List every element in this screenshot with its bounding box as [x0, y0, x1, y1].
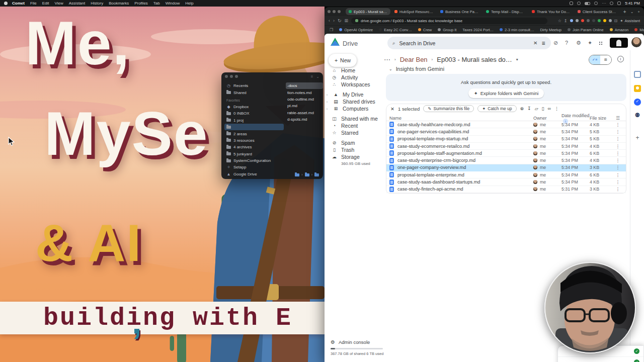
finder-file[interactable]: tion-notes.md: [286, 89, 323, 96]
sidebar-item-shared-with-me[interactable]: ◫Shared with me: [325, 115, 385, 122]
menu-history[interactable]: History: [91, 1, 103, 6]
file-row[interactable]: case-study-fintech-api-acme.mdme5:31 PM3…: [386, 186, 626, 193]
row-menu-icon[interactable]: ⋮: [614, 151, 622, 156]
finder-sidebar-item[interactable]: 5 junkyard: [224, 151, 284, 157]
row-menu-icon[interactable]: ⋮: [614, 158, 622, 163]
contacts-icon[interactable]: ⚉: [634, 112, 641, 119]
drive-search-bar[interactable]: ⌕ Search in Drive ✕ ≣: [387, 37, 551, 49]
extension-icon[interactable]: [570, 19, 573, 22]
extension-icon[interactable]: [576, 19, 579, 22]
assistant-button[interactable]: ✦ Assistant: [620, 19, 640, 23]
browser-tab[interactable]: Business One Pager Flye: [437, 8, 482, 15]
expand-chevron-icon[interactable]: ›: [327, 100, 329, 103]
row-menu-icon[interactable]: ⋮: [614, 144, 622, 149]
bookmark-item[interactable]: Easy 2C Conv…: [379, 28, 412, 32]
finder-file[interactable]: pt.md: [286, 103, 323, 109]
header-size[interactable]: File size: [590, 116, 614, 121]
bookmark-item[interactable]: Mailbox P. Mark…: [634, 28, 644, 32]
download-icon[interactable]: ↧: [527, 106, 531, 111]
column-settings-icon[interactable]: ☰: [614, 116, 622, 121]
menu-tab[interactable]: Tab: [153, 1, 160, 6]
sidebar-item-activity[interactable]: ◷Activity: [325, 74, 385, 81]
header-owner[interactable]: Owner: [533, 116, 561, 121]
bookmark-item[interactable]: Group It: [438, 28, 456, 32]
catch-me-up-button[interactable]: ✦ Catch me up: [477, 105, 516, 112]
window-zoom-icon[interactable]: [235, 75, 238, 78]
apple-logo-icon[interactable]: [4, 2, 8, 5]
row-menu-icon[interactable]: ⋮: [614, 122, 622, 127]
window-close-icon[interactable]: [328, 10, 331, 13]
finder-view-icon[interactable]: ≡: [311, 74, 313, 79]
tasks-icon[interactable]: [634, 99, 641, 106]
upload-row[interactable]: ✓: [558, 357, 643, 362]
expand-chevron-icon[interactable]: ›: [327, 107, 329, 110]
headphones-icon[interactable]: [610, 2, 613, 5]
admin-console-item[interactable]: ⚙ Admin console: [331, 339, 370, 345]
expand-chevron-icon[interactable]: ›: [327, 93, 329, 96]
finder-sidebar-item[interactable]: [224, 124, 284, 130]
file-row[interactable]: one-pager-services-capabilities.mdme5:34…: [386, 128, 626, 135]
extension-icon[interactable]: [598, 19, 601, 22]
row-menu-icon[interactable]: ⋮: [614, 165, 622, 170]
settings-gear-icon[interactable]: ⚙: [576, 40, 581, 46]
tab-overflow-icon[interactable]: +: [637, 10, 640, 14]
explore-gemini-button[interactable]: ✦ Explore folders with Gemini: [468, 88, 544, 98]
sidebar-item-storage[interactable]: ☁Storage: [325, 153, 385, 160]
bookmark-item[interactable]: Amazon: [610, 28, 629, 32]
move-folder-icon[interactable]: ▱: [535, 106, 538, 111]
browser-tab[interactable]: Thank You for Download: [529, 8, 574, 15]
finder-more-icon[interactable]: ⌄: [316, 74, 319, 79]
sidebar-item-trash[interactable]: ▯Trash: [325, 146, 385, 153]
link-icon[interactable]: ∞: [548, 106, 551, 111]
finder-sidebar-item[interactable]: 1 proj: [224, 117, 284, 124]
menu-assistant[interactable]: Assistant: [69, 1, 85, 6]
bookmark-item[interactable]: Dirty Meetup: [540, 28, 561, 32]
account-avatar[interactable]: [631, 37, 641, 47]
grid-view-button[interactable]: ⊞: [600, 55, 611, 64]
extension-icon[interactable]: [603, 19, 606, 22]
new-tab-button[interactable]: +: [623, 9, 626, 15]
back-icon[interactable]: ‹: [329, 18, 330, 23]
finder-sidebar-item[interactable]: ◷Recents: [224, 82, 284, 89]
bookmark-item[interactable]: Join Param Online: [568, 28, 604, 32]
extension-icon[interactable]: [609, 19, 612, 22]
more-options-icon[interactable]: ⋮: [554, 106, 559, 111]
row-menu-icon[interactable]: ⋮: [614, 129, 622, 134]
view-toggle[interactable]: ✓≡ ⊞: [589, 55, 612, 65]
offline-status-icon[interactable]: ⊘: [553, 40, 558, 46]
keep-icon[interactable]: [634, 85, 641, 92]
add-icon[interactable]: +: [634, 134, 641, 141]
drive-logo-icon[interactable]: [331, 38, 340, 46]
collapse-chevron-icon[interactable]: ⌄: [389, 67, 392, 71]
finder-sidebar-item[interactable]: 4 archives: [224, 144, 284, 150]
menu-window[interactable]: Window: [166, 1, 180, 6]
menu-view[interactable]: View: [55, 1, 63, 6]
list-view-button[interactable]: ✓≡: [589, 55, 600, 64]
finder-sidebar-item[interactable]: Shared: [224, 89, 284, 96]
gemini-sparkle-icon[interactable]: ✦: [588, 40, 592, 46]
refresh-icon[interactable]: ↻: [338, 18, 342, 23]
file-row[interactable]: proposal-template-enterprise.mdme5:34 PM…: [386, 171, 626, 178]
help-icon[interactable]: ?: [565, 40, 568, 46]
insights-header[interactable]: ⌄ Insights from Gemini: [389, 66, 444, 72]
finder-file[interactable]: -docs: [286, 82, 323, 89]
share-icon[interactable]: ↥: [564, 19, 568, 23]
extension-icon[interactable]: [592, 19, 595, 22]
sidebar-item-shared-drives[interactable]: ›▤Shared drives: [325, 98, 385, 105]
menu-edit[interactable]: Edit: [42, 1, 49, 6]
menu-bar-clock[interactable]: 5:41 PM: [625, 1, 640, 6]
sidebar-item-workspaces[interactable]: ∴Workspaces: [325, 81, 385, 88]
finder-sidebar-item[interactable]: 2 areas: [224, 130, 284, 137]
search-options-icon[interactable]: ≣: [541, 41, 546, 46]
browser-tab[interactable]: Ep003 - Murali sales doc: [346, 8, 390, 15]
breadcrumb-current[interactable]: Ep003 - Murali sales do…: [437, 56, 512, 63]
bookmark-item[interactable]: Crew: [418, 28, 432, 32]
menu-help[interactable]: Help: [185, 1, 193, 6]
calendar-icon[interactable]: [634, 71, 641, 78]
sidebar-item-spam[interactable]: ⊘Spam: [325, 139, 385, 146]
sidebar-item-recent[interactable]: ◔Recent: [325, 122, 385, 129]
row-menu-icon[interactable]: ⋮: [614, 179, 622, 185]
more-icon[interactable]: ⋯: [602, 1, 606, 6]
dark-thumbnail-chip[interactable]: [610, 38, 628, 48]
file-row[interactable]: proposal-template-mvp-startup.mdme5:34 P…: [386, 136, 626, 143]
